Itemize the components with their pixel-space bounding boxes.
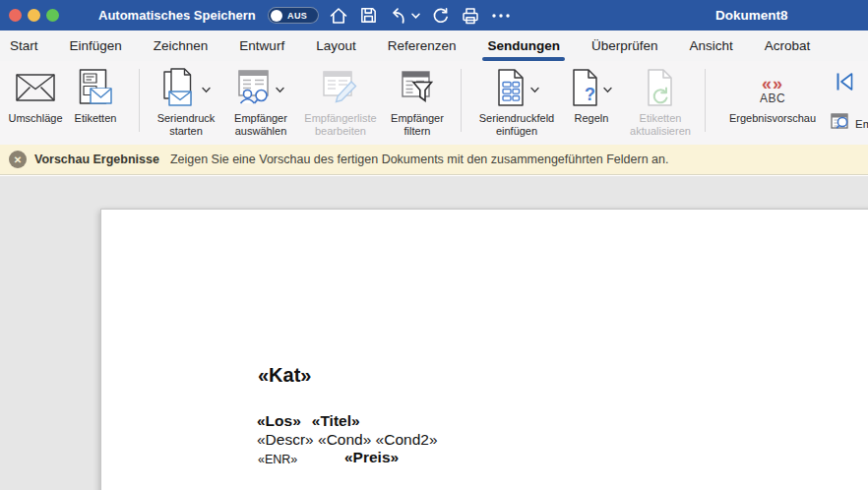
merge-field-preis[interactable]: «Preis» xyxy=(344,449,399,466)
ribbon-separator xyxy=(139,69,140,132)
rules-icon: ? xyxy=(571,69,600,110)
seriendruckfeld-einfuegen-button[interactable]: Seriendruckfeldeinfügen xyxy=(470,61,563,137)
insert-merge-field-icon xyxy=(494,69,527,110)
titlebar-quick-actions xyxy=(329,5,511,26)
ribbon-separator xyxy=(461,69,462,132)
ribbon: Umschläge Etiketten xyxy=(0,61,868,146)
ribbon-group-preview: «» ABC Ergebnisvorschau xyxy=(715,61,830,125)
autosave-label: Automatisches Speichern xyxy=(98,8,256,23)
tab-entwurf[interactable]: Entwurf xyxy=(239,31,284,61)
merge-field-titel[interactable]: «Titel» xyxy=(312,412,360,430)
print-icon[interactable] xyxy=(461,6,480,26)
close-icon[interactable]: ✕ xyxy=(9,151,27,168)
tab-referenzen[interactable]: Referenzen xyxy=(388,31,457,61)
merge-field-line-lot-title[interactable]: «Los» «Titel» xyxy=(257,412,360,430)
find-recipient-button[interactable]: Em xyxy=(831,112,868,135)
svg-text:?: ? xyxy=(585,85,595,104)
merge-field-enr[interactable]: «ENR» xyxy=(258,453,297,466)
ribbon-separator xyxy=(705,69,706,132)
minimize-window-button[interactable] xyxy=(28,9,40,22)
regeln-button[interactable]: ? Regeln xyxy=(563,61,620,125)
tab-acrobat[interactable]: Acrobat xyxy=(765,31,811,61)
more-actions-icon[interactable] xyxy=(491,6,511,26)
infobar-message: Zeigen Sie eine Vorschau des fertigen Do… xyxy=(170,153,669,166)
umschlaege-button[interactable]: Umschläge xyxy=(4,61,67,125)
filter-recipients-icon xyxy=(401,70,434,109)
document-title: Dokument8 xyxy=(715,8,788,23)
ribbon-tab-bar: Start Einfügen Zeichnen Entwurf Layout R… xyxy=(0,31,868,61)
empfaengerliste-bearbeiten-button: Empfängerlistebearbeiten xyxy=(297,61,384,137)
undo-icon[interactable] xyxy=(389,6,406,26)
empfaenger-auswaehlen-button[interactable]: Empfängerauswählen xyxy=(224,61,297,137)
redo-icon[interactable] xyxy=(431,6,450,26)
ribbon-group-fields: Seriendruckfeldeinfügen ? Regeln Etikett xyxy=(470,61,701,137)
chevron-down-icon xyxy=(530,87,539,93)
tab-ansicht[interactable]: Ansicht xyxy=(690,31,733,61)
empfaenger-filtern-button[interactable]: Empfängerfiltern xyxy=(384,61,451,137)
home-icon[interactable] xyxy=(329,6,348,26)
undo-menu-chevron-icon[interactable] xyxy=(411,12,420,20)
preview-results-icon: «» ABC xyxy=(760,75,785,104)
chevron-down-icon xyxy=(202,87,211,93)
merge-field-description-line[interactable]: «Descr» «Cond» «Cond2» xyxy=(257,431,438,449)
chevron-down-icon xyxy=(603,87,612,93)
document-canvas[interactable]: «Kat» «Los» «Titel» «Descr» «Cond» «Cond… xyxy=(0,176,868,490)
seriendruck-starten-button[interactable]: Seriendruckstarten xyxy=(148,61,224,137)
tab-layout[interactable]: Layout xyxy=(316,31,356,61)
edit-recipient-list-icon xyxy=(322,70,359,109)
first-record-icon[interactable] xyxy=(833,70,856,97)
merge-field-los[interactable]: «Los» xyxy=(257,412,301,430)
document-page[interactable]: «Kat» «Los» «Titel» «Descr» «Cond» «Cond… xyxy=(100,209,868,490)
word-window: Automatisches Speichern AUS xyxy=(0,0,868,490)
update-labels-icon xyxy=(646,69,675,110)
find-recipient-label: Em xyxy=(855,118,868,130)
toggle-knob-icon xyxy=(271,10,282,22)
chevron-down-icon xyxy=(276,87,284,93)
autosave-toggle[interactable]: AUS xyxy=(268,7,319,24)
tab-ueberpruefen[interactable]: Überprüfen xyxy=(591,31,658,61)
autosave-state: AUS xyxy=(287,11,307,21)
etiketten-aktualisieren-button: Etikettenaktualisieren xyxy=(620,61,701,137)
tab-zeichnen[interactable]: Zeichnen xyxy=(154,31,209,61)
prev-record-icon[interactable] xyxy=(861,70,868,97)
ergebnisvorschau-button[interactable]: «» ABC Ergebnisvorschau xyxy=(715,61,830,125)
ribbon-group-create: Umschläge Etiketten xyxy=(4,61,124,125)
ribbon-group-start-merge: Seriendruckstarten Empfängerauswählen E xyxy=(148,61,451,137)
merge-field-kat[interactable]: «Kat» xyxy=(258,364,311,387)
etiketten-button[interactable]: Etiketten xyxy=(67,61,124,125)
titlebar: Automatisches Speichern AUS xyxy=(0,0,868,31)
envelope-icon xyxy=(16,74,55,105)
close-window-button[interactable] xyxy=(9,9,22,22)
zoom-window-button[interactable] xyxy=(46,9,59,22)
find-recipient-icon xyxy=(831,112,851,135)
preview-results-infobar: ✕ Vorschau Ergebnisse Zeigen Sie eine Vo… xyxy=(0,145,868,175)
select-recipients-icon xyxy=(237,69,273,110)
labels-icon xyxy=(78,69,113,110)
traffic-lights xyxy=(9,9,59,22)
tab-einfuegen[interactable]: Einfügen xyxy=(70,31,122,61)
save-icon[interactable] xyxy=(359,6,378,25)
tab-sendungen[interactable]: Sendungen xyxy=(487,31,560,61)
tab-start[interactable]: Start xyxy=(10,31,38,61)
start-mail-merge-icon xyxy=(161,68,199,111)
infobar-title: Vorschau Ergebnisse xyxy=(34,153,159,166)
